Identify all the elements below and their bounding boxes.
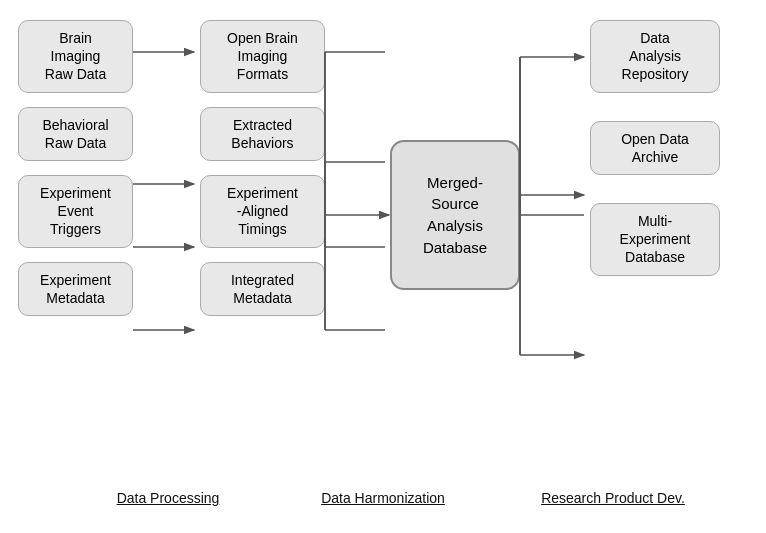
brain-imaging-raw-label: Brain Imaging Raw Data (45, 30, 106, 82)
experiment-aligned-node: Experiment -Aligned Timings (200, 175, 325, 248)
diagram-container: Brain Imaging Raw Data Behavioral Raw Da… (0, 0, 766, 533)
behavioral-raw-label: Behavioral Raw Data (42, 117, 108, 151)
data-analysis-repo-node: Data Analysis Repository (590, 20, 720, 93)
integrated-meta-node: Integrated Metadata (200, 262, 325, 316)
open-brain-formats-label: Open Brain Imaging Formats (227, 30, 298, 82)
extracted-behaviors-label: Extracted Behaviors (231, 117, 293, 151)
research-product-dev-label: Research Product Dev. (541, 490, 685, 506)
data-harmonization-label: Data Harmonization (321, 490, 445, 506)
brain-imaging-raw-node: Brain Imaging Raw Data (18, 20, 133, 93)
data-analysis-repo-label: Data Analysis Repository (622, 30, 689, 82)
extracted-behaviors-node: Extracted Behaviors (200, 107, 325, 161)
experiment-meta-node: Experiment Metadata (18, 262, 133, 316)
open-brain-formats-node: Open Brain Imaging Formats (200, 20, 325, 93)
merged-db-label: Merged- Source Analysis Database (423, 172, 487, 259)
experiment-aligned-label: Experiment -Aligned Timings (227, 185, 298, 237)
multi-experiment-db-node: Multi- Experiment Database (590, 203, 720, 276)
behavioral-raw-node: Behavioral Raw Data (18, 107, 133, 161)
experiment-event-node: Experiment Event Triggers (18, 175, 133, 248)
open-data-archive-label: Open Data Archive (621, 131, 689, 165)
merged-db-node: Merged- Source Analysis Database (390, 140, 520, 290)
experiment-meta-label: Experiment Metadata (40, 272, 111, 306)
integrated-meta-label: Integrated Metadata (231, 272, 294, 306)
labels-row: Data Processing Data Harmonization Resea… (0, 490, 766, 514)
open-data-archive-node: Open Data Archive (590, 121, 720, 175)
data-processing-label: Data Processing (117, 490, 220, 506)
experiment-event-label: Experiment Event Triggers (40, 185, 111, 237)
multi-experiment-db-label: Multi- Experiment Database (620, 213, 691, 265)
